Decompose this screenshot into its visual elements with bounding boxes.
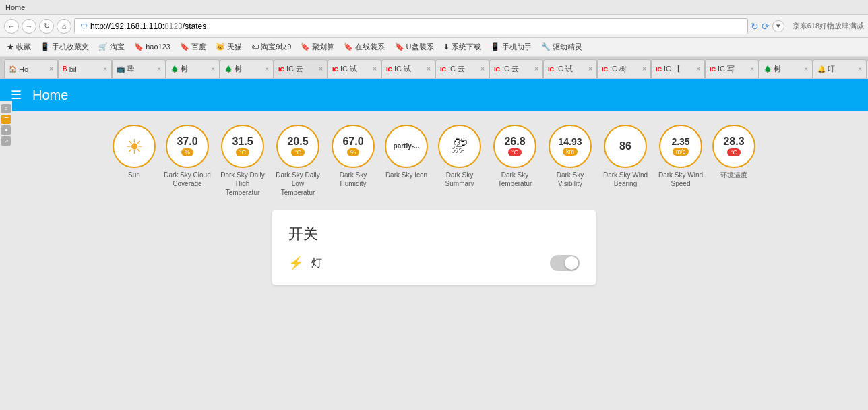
tab-ic-bracket[interactable]: ICIC 【× bbox=[651, 59, 705, 78]
widget-daily-low: 20.5 °C Dark Sky Daily Low Temperatur bbox=[274, 125, 321, 197]
cloud-coverage-circle: 37.0 % bbox=[166, 125, 209, 168]
bookmark-phone[interactable]: 📱 手机助手 bbox=[488, 40, 534, 53]
browser-chrome: Home ← → ↻ ⌂ 🛡 http://192.168.1.110:8123… bbox=[0, 0, 868, 79]
toggle-light[interactable] bbox=[550, 255, 580, 271]
temperature-unit: °C bbox=[508, 148, 522, 156]
bookmark-taobao[interactable]: 🛒 淘宝 bbox=[96, 40, 127, 53]
refresh-icon[interactable]: ↻ bbox=[751, 21, 759, 32]
sync-icon[interactable]: ⟳ bbox=[762, 21, 770, 32]
widget-sky-icon: partly-... Dark Sky Icon bbox=[385, 125, 428, 197]
sidebar-icon-2[interactable]: ☰ bbox=[1, 115, 11, 124]
humidity-value: 67.0 bbox=[342, 136, 363, 147]
daily-high-label: Dark Sky Daily High Temperatur bbox=[219, 171, 266, 197]
title-bar: Home bbox=[0, 0, 868, 15]
tab-ic-test2[interactable]: ICIC 试× bbox=[381, 59, 435, 78]
daily-low-label: Dark Sky Daily Low Temperatur bbox=[274, 171, 321, 197]
bookmark-juhua[interactable]: 🔖 聚划算 bbox=[298, 40, 337, 53]
visibility-circle: 14.93 km bbox=[549, 125, 592, 168]
security-shield-icon: 🛡 bbox=[80, 22, 88, 30]
sky-icon-value: partly-... bbox=[394, 143, 420, 150]
bookmark-mobile[interactable]: 📱 手机收藏夹 bbox=[38, 40, 92, 53]
tab-ic-test1[interactable]: ICIC 试× bbox=[328, 59, 381, 78]
tab-ic-cloud1[interactable]: ICIC 云× bbox=[274, 59, 328, 78]
cloud-coverage-unit: % bbox=[181, 148, 193, 156]
widget-wind-bearing: 86 Dark Sky Wind Bearing bbox=[602, 125, 649, 197]
widget-sun-label: Sun bbox=[128, 171, 140, 179]
humidity-circle: 67.0 % bbox=[332, 125, 375, 168]
left-sidebar: ≡ ☰ ✦ ↗ bbox=[0, 101, 12, 148]
bookmark-tianmao[interactable]: 🐱 天猫 bbox=[213, 40, 245, 53]
widget-wind-speed: 2.35 m/s Dark Sky Wind Speed bbox=[657, 125, 704, 197]
sky-icon-label: Dark Sky Icon bbox=[385, 171, 427, 179]
bookmark-usb[interactable]: 🔖 U盘装系 bbox=[392, 40, 437, 53]
daily-high-circle: 31.5 °C bbox=[221, 125, 264, 168]
dropdown-button[interactable]: ▾ bbox=[772, 20, 784, 32]
widget-sun: ☀ Sun bbox=[113, 125, 156, 197]
summary-circle: ⛈ bbox=[438, 125, 481, 168]
daily-high-unit: °C bbox=[236, 148, 249, 156]
tab-ic-shu[interactable]: ICIC 树× bbox=[597, 59, 651, 78]
forward-button[interactable]: → bbox=[22, 19, 36, 34]
bookmark-download[interactable]: ⬇ 系统下载 bbox=[441, 40, 484, 53]
tab-ic-test3[interactable]: ICIC 试× bbox=[543, 59, 597, 78]
env-temp-value: 28.3 bbox=[723, 136, 744, 147]
tab-ic-write[interactable]: ICIC 写× bbox=[705, 59, 759, 78]
bookmark-driver[interactable]: 🔧 驱动精灵 bbox=[538, 40, 585, 53]
main-content: ☀ Sun 37.0 % Dark Sky Cloud Coverage 31.… bbox=[0, 111, 868, 381]
wind-speed-label: Dark Sky Wind Speed bbox=[657, 171, 704, 188]
wind-speed-circle: 2.35 m/s bbox=[659, 125, 702, 168]
daily-high-value: 31.5 bbox=[232, 136, 253, 147]
switch-light-name: 灯 bbox=[311, 256, 542, 270]
tab-ic-cloud2[interactable]: ICIC 云× bbox=[435, 59, 489, 78]
sun-circle: ☀ bbox=[113, 125, 156, 168]
wind-bearing-value: 86 bbox=[619, 141, 631, 152]
toggle-thumb bbox=[565, 256, 578, 270]
bookmark-hao123[interactable]: 🔖 hao123 bbox=[131, 41, 173, 53]
sidebar-icon-1[interactable]: ≡ bbox=[1, 104, 11, 113]
widget-daily-high: 31.5 °C Dark Sky Daily High Temperatur bbox=[219, 125, 266, 197]
back-button[interactable]: ← bbox=[4, 19, 19, 34]
daily-low-circle: 20.5 °C bbox=[276, 125, 319, 168]
sidebar-icon-4[interactable]: ↗ bbox=[1, 136, 11, 146]
wind-speed-value: 2.35 bbox=[671, 137, 689, 146]
tab-shu1[interactable]: 🌲树× bbox=[166, 59, 220, 78]
tab-bili[interactable]: Bbil× bbox=[58, 59, 112, 78]
address-text: http://192.168.1.110:8123/states bbox=[90, 22, 206, 31]
bookmark-collections[interactable]: ★ 收藏 bbox=[4, 40, 34, 53]
visibility-unit: km bbox=[563, 148, 578, 156]
widget-temperature: 26.8 °C Dark Sky Temperatur bbox=[491, 125, 538, 197]
address-bar[interactable]: 🛡 http://192.168.1.110:8123/states bbox=[74, 18, 748, 34]
widgets-row: ☀ Sun 37.0 % Dark Sky Cloud Coverage 31.… bbox=[13, 125, 855, 197]
wind-bearing-circle: 86 bbox=[604, 125, 647, 168]
bookmark-taobao9[interactable]: 🏷 淘宝9块9 bbox=[249, 40, 294, 53]
visibility-value: 14.93 bbox=[558, 137, 582, 146]
switch-row: ⚡ 灯 bbox=[288, 255, 580, 271]
tab-ic-cloud3[interactable]: ICIC 云× bbox=[489, 59, 543, 78]
tab-ho1[interactable]: 🏠Ho× bbox=[4, 59, 58, 78]
summary-icon: ⛈ bbox=[452, 137, 468, 156]
bookmarks-bar: ★ 收藏 📱 手机收藏夹 🛒 淘宝 🔖 hao123 🔖 百度 🐱 天猫 🏷 淘… bbox=[0, 38, 868, 57]
nav-right: ↻ ⟳ ▾ bbox=[751, 20, 784, 32]
bookmark-online[interactable]: 🔖 在线装系 bbox=[341, 40, 388, 53]
bookmark-baidu[interactable]: 🔖 百度 bbox=[177, 40, 209, 53]
cloud-coverage-label: Dark Sky Cloud Coverage bbox=[164, 171, 211, 188]
widget-cloud-coverage: 37.0 % Dark Sky Cloud Coverage bbox=[164, 125, 211, 197]
humidity-label: Dark Sky Humidity bbox=[330, 171, 377, 188]
switch-panel-title: 开关 bbox=[288, 224, 580, 244]
hamburger-menu[interactable]: ☰ bbox=[11, 88, 22, 102]
tab-ding[interactable]: 🔔叮× bbox=[813, 59, 867, 78]
tab-shu2[interactable]: 🌲树× bbox=[220, 59, 274, 78]
home-button[interactable]: ⌂ bbox=[57, 19, 71, 34]
tabs-bar: 🏠Ho× Bbil× 📺哔× 🌲树× 🌲树× ICIC 云× ICIC 试× I… bbox=[0, 57, 868, 78]
widget-env-temp: 28.3 °C 环境温度 bbox=[712, 125, 755, 197]
sidebar-icon-3[interactable]: ✦ bbox=[1, 125, 11, 135]
title-bar-text: Home bbox=[5, 3, 25, 11]
tab-shu3[interactable]: 🌲树× bbox=[759, 59, 813, 78]
widget-humidity: 67.0 % Dark Sky Humidity bbox=[330, 125, 377, 197]
daily-low-unit: °C bbox=[291, 148, 305, 156]
switch-panel: 开关 ⚡ 灯 bbox=[272, 210, 596, 285]
refresh-button[interactable]: ↻ bbox=[39, 19, 54, 34]
tab-bi[interactable]: 📺哔× bbox=[112, 59, 166, 78]
nav-bar: ← → ↻ ⌂ 🛡 http://192.168.1.110:8123/stat… bbox=[0, 15, 868, 38]
humidity-unit: % bbox=[347, 148, 359, 156]
